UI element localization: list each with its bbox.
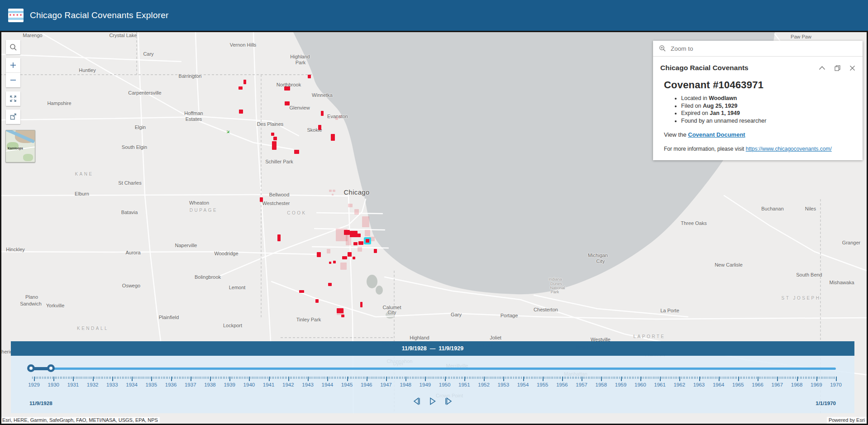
covenant-marker[interactable] (260, 197, 263, 202)
month-tick (776, 377, 776, 379)
time-slider-track[interactable] (31, 368, 836, 370)
month-tick (568, 377, 569, 379)
month-tick (691, 377, 692, 379)
search-button[interactable] (6, 40, 20, 54)
covenant-marker[interactable] (341, 315, 344, 317)
covenant-marker[interactable] (358, 241, 363, 245)
city-label: Park (296, 60, 306, 65)
month-tick (205, 377, 205, 379)
covenant-marker[interactable] (321, 111, 324, 116)
covenant-marker[interactable] (328, 283, 332, 286)
month-tick (572, 377, 572, 379)
month-tick (196, 377, 196, 379)
covenant-marker[interactable] (357, 234, 361, 237)
basemap-toggle-button[interactable]: Kamloops (5, 130, 35, 162)
covenant-marker[interactable] (329, 262, 331, 264)
month-tick (712, 377, 712, 379)
range-end-label: 11/9/1929 (439, 345, 463, 352)
covenant-marker[interactable] (271, 133, 274, 136)
month-tick (315, 377, 315, 379)
time-slider-handle-start[interactable] (27, 364, 35, 372)
month-tick (746, 377, 747, 379)
dock-button[interactable] (834, 65, 841, 72)
covenant-document-link[interactable]: Covenant Document (688, 131, 745, 138)
month-tick (50, 377, 51, 379)
month-tick (200, 377, 200, 379)
covenant-marker[interactable] (299, 290, 304, 293)
covenant-marker[interactable] (284, 86, 290, 91)
covenant-marker[interactable] (308, 75, 311, 78)
month-tick (570, 377, 571, 379)
month-tick (275, 377, 276, 379)
year-tick (562, 377, 563, 381)
export-button[interactable] (6, 110, 20, 124)
covenant-marker[interactable] (353, 257, 355, 259)
zoom-out-button[interactable] (6, 73, 20, 87)
covenant-marker[interactable] (344, 230, 350, 235)
month-tick (449, 377, 450, 379)
covenant-marker[interactable] (342, 256, 347, 259)
city-label: Joliet (490, 335, 501, 340)
month-tick (409, 377, 409, 379)
zoom-in-button[interactable] (6, 58, 20, 72)
month-tick (384, 377, 385, 379)
month-tick (362, 377, 362, 379)
covenant-marker[interactable] (360, 302, 362, 307)
year-tick (601, 377, 602, 381)
chicagocovenants-link[interactable]: https://www.chicagocovenants.com/ (746, 146, 832, 152)
play-button[interactable] (429, 397, 437, 406)
month-tick (293, 377, 294, 379)
month-tick (76, 377, 77, 379)
covenant-marker[interactable] (243, 80, 246, 84)
month-tick (36, 377, 36, 379)
covenant-marker[interactable] (239, 110, 243, 114)
month-tick (334, 377, 334, 379)
expand-extent-button[interactable] (6, 91, 20, 106)
covenant-marker[interactable] (317, 252, 321, 257)
year-tick (777, 377, 778, 381)
year-label: 1935 (146, 382, 157, 387)
month-tick (655, 377, 655, 379)
covenant-marker[interactable] (238, 86, 243, 90)
covenant-marker[interactable] (350, 231, 358, 237)
step-back-button[interactable] (412, 397, 422, 406)
covenant-marker[interactable] (353, 242, 358, 245)
month-tick (526, 377, 527, 379)
covenant-marker[interactable] (315, 299, 319, 303)
month-tick (433, 377, 434, 379)
app-title: Chicago Racial Covenants Explorer (30, 10, 169, 20)
covenant-marker[interactable] (318, 125, 321, 130)
month-tick (208, 377, 209, 379)
year-tick (660, 377, 661, 381)
covenant-marker[interactable] (348, 252, 352, 257)
covenant-marker[interactable] (285, 101, 290, 105)
covenant-marker[interactable] (273, 137, 277, 140)
covenant-marker[interactable] (337, 308, 343, 313)
month-tick (508, 377, 509, 379)
month-tick (194, 377, 194, 379)
month-tick (99, 377, 100, 379)
month-tick (541, 377, 541, 379)
covenant-marker[interactable] (331, 134, 335, 141)
covenant-marker[interactable] (272, 141, 277, 150)
covenant-marker[interactable] (294, 150, 299, 154)
month-tick (471, 377, 471, 379)
month-tick (722, 377, 722, 379)
zoom-to-input[interactable] (670, 45, 844, 53)
month-tick (310, 377, 310, 379)
year-tick (210, 377, 211, 381)
covenant-marker[interactable] (333, 261, 336, 263)
month-tick (273, 377, 274, 379)
month-tick (773, 377, 773, 379)
collapse-button[interactable] (819, 66, 825, 70)
close-button[interactable] (849, 65, 855, 71)
covenant-marker[interactable] (374, 249, 377, 253)
month-tick (730, 377, 730, 379)
covenant-marker[interactable] (277, 234, 281, 241)
time-slider-handle-end[interactable] (47, 364, 55, 372)
month-tick (771, 377, 771, 379)
selected-covenant-marker[interactable] (364, 237, 371, 244)
month-tick (358, 377, 359, 379)
step-forward-button[interactable] (444, 397, 453, 406)
city-label: Cary (143, 51, 153, 57)
